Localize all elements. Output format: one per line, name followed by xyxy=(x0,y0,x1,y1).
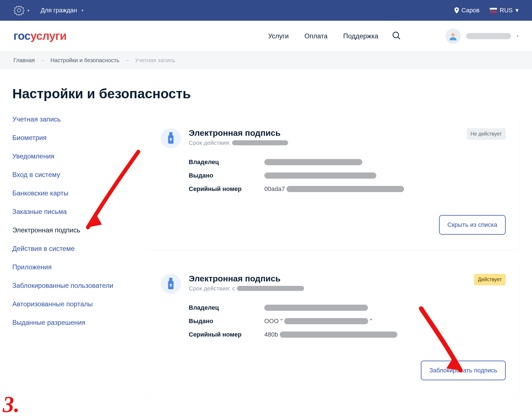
nav-support[interactable]: Поддержка xyxy=(343,32,378,40)
chevron-down-icon: ▾ xyxy=(27,8,29,13)
crumb-home[interactable]: Главная xyxy=(13,57,35,64)
status-badge-active: Действует xyxy=(474,274,506,285)
person-icon xyxy=(449,32,457,40)
arrow-right-icon: → xyxy=(125,58,129,63)
language-selector[interactable]: RUS ▾ xyxy=(490,7,519,14)
svg-rect-2 xyxy=(169,132,172,135)
sidebar-item-cards[interactable]: Банковские карты xyxy=(12,189,144,197)
sidebar: Учетная запись Биометрия Уведомления Вхо… xyxy=(12,115,144,395)
chevron-down-icon: ▾ xyxy=(515,7,519,14)
sidebar-item-biometrics[interactable]: Биометрия xyxy=(12,134,144,142)
gov-topbar: ▾ Для граждан ▾ Саров RUS ▾ xyxy=(0,0,532,21)
usb-token-icon xyxy=(161,274,181,294)
sidebar-item-apps[interactable]: Приложения xyxy=(12,263,144,271)
crumb-settings[interactable]: Настройки и безопасность xyxy=(50,57,119,64)
sidebar-item-permissions[interactable]: Выданные разрешения xyxy=(12,319,144,326)
field-serial-label: Серийный номер xyxy=(189,331,264,338)
field-owner-value xyxy=(264,304,506,311)
field-owner-label: Владелец xyxy=(189,304,264,311)
hide-from-list-button[interactable]: Скрыть из списка xyxy=(439,215,506,235)
sidebar-item-esignature[interactable]: Электронная подпись xyxy=(12,226,144,234)
page-title: Настройки и безопасность xyxy=(12,86,520,101)
field-serial-value: 480b xyxy=(264,331,506,338)
card-title: Электронная подпись xyxy=(189,128,288,138)
sidebar-item-blocked[interactable]: Заблокированные пользователи xyxy=(12,282,144,290)
logo-part1: гос xyxy=(13,30,31,42)
sidebar-item-letters[interactable]: Заказные письма xyxy=(12,208,144,216)
breadcrumb: Главная → Настройки и безопасность → Уче… xyxy=(0,52,532,69)
sidebar-item-account[interactable]: Учетная запись xyxy=(12,115,144,123)
svg-point-0 xyxy=(17,9,21,12)
esignature-card: Действует Электронная подпись Срок дейст… xyxy=(147,261,520,395)
svg-point-1 xyxy=(451,33,455,36)
location-selector[interactable]: Саров xyxy=(454,7,480,14)
search-button[interactable] xyxy=(392,31,401,41)
card-title: Электронная подпись xyxy=(189,274,304,283)
field-owner-value xyxy=(264,158,506,166)
main-nav: Услуги Оплата Поддержка xyxy=(268,32,378,40)
sidebar-item-portals[interactable]: Авторизованные порталы xyxy=(12,300,144,308)
status-badge-inactive: Не действует xyxy=(467,128,506,140)
search-icon xyxy=(392,31,401,40)
emblem-icon xyxy=(13,5,25,16)
language-label: RUS xyxy=(500,7,513,14)
emblem-selector[interactable]: ▾ xyxy=(13,5,29,16)
username-redacted xyxy=(466,33,511,39)
field-issuer-value: ООО "" xyxy=(264,318,506,325)
pin-icon xyxy=(454,7,459,13)
sidebar-item-notifications[interactable]: Уведомления xyxy=(12,152,144,160)
field-owner-label: Владелец xyxy=(189,158,264,166)
chevron-down-icon: ▾ xyxy=(81,8,83,13)
svg-rect-5 xyxy=(171,139,171,141)
chevron-down-icon: ▾ xyxy=(517,34,519,38)
sidebar-item-activity[interactable]: Действия в системе xyxy=(12,245,144,253)
block-signature-button[interactable]: Заблокировать подпись xyxy=(421,361,506,380)
logo[interactable]: госуслуги xyxy=(13,30,67,42)
nav-services[interactable]: Услуги xyxy=(268,32,289,40)
card-validity: Срок действия: с xyxy=(189,285,304,292)
validity-redacted xyxy=(237,286,304,291)
crumb-current: Учетная запись xyxy=(135,57,175,64)
usb-token-icon xyxy=(161,128,181,148)
flag-ru-icon xyxy=(490,8,497,13)
esignature-card: Не действует Электронная подпись Срок де… xyxy=(147,115,520,250)
field-issuer-label: Выдано xyxy=(189,318,264,325)
avatar xyxy=(445,29,461,44)
field-serial-value: 00ada7 xyxy=(264,185,506,193)
validity-redacted xyxy=(232,140,288,145)
sidebar-item-login[interactable]: Вход в систему xyxy=(12,171,144,179)
logo-part2: услуги xyxy=(31,30,67,42)
svg-rect-9 xyxy=(171,285,171,287)
field-serial-label: Серийный номер xyxy=(189,185,264,193)
svg-rect-6 xyxy=(169,278,172,281)
nav-payments[interactable]: Оплата xyxy=(304,32,328,40)
site-header: госуслуги Услуги Оплата Поддержка ▾ xyxy=(0,21,532,52)
location-label: Саров xyxy=(461,7,480,14)
field-issuer-label: Выдано xyxy=(189,172,264,179)
card-validity: Срок действия: xyxy=(189,139,288,146)
audience-selector[interactable]: Для граждан ▾ xyxy=(41,7,83,14)
audience-label: Для граждан xyxy=(41,7,77,14)
arrow-right-icon: → xyxy=(40,58,45,63)
user-menu[interactable]: ▾ xyxy=(445,29,519,44)
field-issuer-value xyxy=(264,172,506,179)
